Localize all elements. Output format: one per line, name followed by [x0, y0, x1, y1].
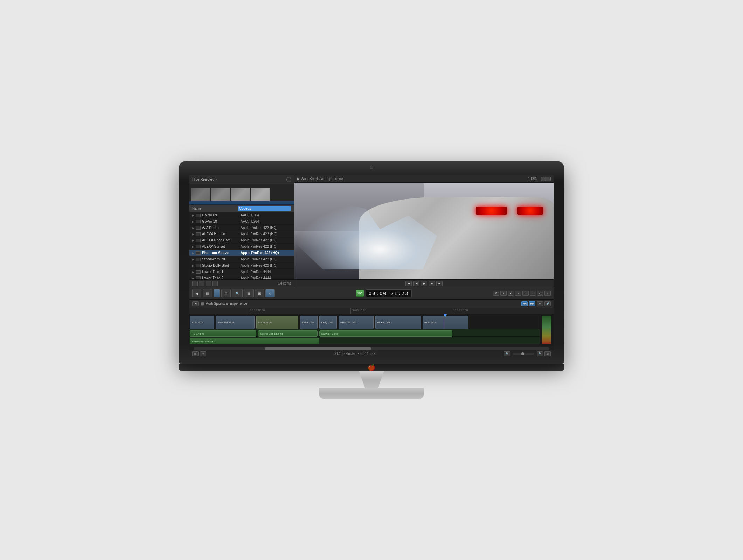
clip-icon [196, 251, 201, 255]
browser-footer: 14 items [189, 279, 294, 287]
row-codec: AAC, H.264 [241, 213, 291, 217]
filmstrip-area [189, 184, 294, 205]
row-name: GoPro 10 [202, 219, 241, 223]
clip-kelly001a[interactable]: Kelly_001 [300, 316, 318, 329]
audio-clip-catwalk[interactable]: Catwalk Long [319, 330, 452, 337]
media-row-lower3rd1[interactable]: ▶ Lower Third 1 Apple ProRes 4444 [189, 269, 294, 275]
view-options[interactable]: ▦ [244, 289, 254, 298]
footer-left-tools: ▤ ≡ [192, 351, 206, 356]
audio-clip-breakbeat[interactable]: Breakbeat Medium [190, 338, 319, 344]
footer-right-tools: 🔍 🔍 ⊡ [504, 351, 551, 356]
viewer-canvas [294, 183, 554, 279]
audio-clip-label-sportscar: Sports Car Racing [258, 331, 284, 336]
level-indicator: 100 [356, 290, 364, 297]
media-row-steadycam[interactable]: ▶ Steadycam R8 Apple ProRes 422 (HQ) [189, 256, 294, 262]
media-row-gopro09[interactable]: ▶ GoPro 09 AAC, H.264 [189, 212, 294, 218]
list-view-toggle[interactable]: ≡ [200, 351, 206, 356]
zoom-in-small[interactable]: 🔍 [537, 351, 543, 356]
filter-button[interactable] [206, 281, 211, 286]
meter-bar-left [542, 316, 551, 344]
arrow-tool[interactable]: ↖ [265, 289, 275, 298]
clip-label: ALXA_008 [376, 320, 392, 325]
full-view-button[interactable]: ⊡ [544, 351, 551, 356]
audio-clip-r8engine[interactable]: R8 Engine [190, 330, 256, 337]
zoom-out-button[interactable]: ▶▶ [529, 301, 535, 306]
playhead[interactable] [445, 314, 445, 329]
zoom-slider[interactable] [513, 353, 534, 355]
gear-button[interactable] [192, 281, 198, 286]
audio-clip-label: Breakbeat Medium [190, 339, 216, 344]
imac-chin: 🍎 [179, 364, 564, 371]
clip-rob003b[interactable]: Rob_003 [423, 316, 468, 329]
clip-incarrob[interactable]: In Car Rob [256, 316, 298, 329]
clip-view-button[interactable]: ▤ [203, 289, 212, 298]
link-button[interactable]: 🔗 [544, 301, 551, 306]
play-button[interactable]: ▶ [421, 281, 427, 286]
row-codec: Apple ProRes 4444 [241, 276, 291, 279]
timeline-section: ◀ ▤ Audi Sportscar Experience ◀◀ ▶▶ ⚙ 🔗 [189, 300, 554, 357]
clip-icon [196, 226, 201, 230]
film-thumb-3[interactable] [231, 188, 250, 202]
title-button[interactable]: T [530, 291, 536, 296]
timeline-settings[interactable]: ⚙ [537, 301, 543, 306]
timeline-back-button[interactable]: ◀ [192, 301, 199, 306]
clip-grid[interactable]: ⊞ [255, 289, 264, 298]
zoom-slider-thumb[interactable] [521, 352, 524, 355]
audio-button[interactable]: ♪ [515, 291, 521, 296]
row-disclosure-icon: ▶ [192, 258, 195, 261]
row-disclosure-icon: ▶ [192, 252, 195, 254]
view-button[interactable] [199, 281, 204, 286]
row-codec: Apple ProRes 422 (HQ) [241, 257, 291, 261]
audio-clip-label: R8 Engine [190, 331, 206, 336]
media-row-dolly[interactable]: ▶ Studio Dolly Shot Apple ProRes 422 (HQ… [189, 262, 294, 269]
clip-button[interactable]: ✂ [522, 291, 529, 296]
media-row-aja[interactable]: ▶ AJA Ki Pro Apple ProRes 422 (HQ) [189, 225, 294, 231]
media-row-lower3rd2[interactable]: ▶ Lower Third 2 Apple ProRes 4444 [189, 275, 294, 279]
import-button[interactable] [214, 289, 220, 298]
media-row-phantom-above[interactable]: ▶ Phantom Above Apple ProRes 422 (HQ) [189, 250, 294, 256]
media-row-alexa-hairpin[interactable]: ▶ ALEXA Hairpin Apple ProRes 422 (HQ) [189, 231, 294, 237]
go-to-start-button[interactable]: ⏮ [405, 281, 412, 286]
search-icon[interactable] [286, 177, 291, 182]
viewer-settings-icon[interactable] [541, 177, 546, 181]
viewer-fullscreen-icon[interactable] [546, 177, 551, 181]
row-codec: Apple ProRes 422 (HQ) [241, 238, 291, 242]
back-button[interactable]: ◀ [192, 289, 201, 298]
row-codec: Apple ProRes 422 (HQ) [241, 226, 291, 230]
magic-wand-button[interactable]: ✦ [500, 291, 507, 296]
clip-phntm001[interactable]: PHNTM_001 [339, 316, 374, 329]
waveform-bar [189, 201, 294, 204]
media-row-alexa-racecam[interactable]: ▶ ALEXA Race Cam Apple ProRes 422 (HQ) [189, 237, 294, 244]
next-frame-button[interactable]: ▶ [429, 281, 435, 286]
clip-kelly001b[interactable]: Kelly_001 [319, 316, 337, 329]
clip-alxa008[interactable]: ALXA_008 [375, 316, 421, 329]
clip-label: Rob_003 [423, 320, 437, 325]
ruler-time-3: 00:00:20:00 [453, 309, 468, 312]
horizontal-scrollbar[interactable] [194, 347, 549, 350]
color-button[interactable]: ◐ [508, 291, 514, 296]
clip-phntm008[interactable]: PHNTM_008 [216, 316, 255, 329]
zoom-slider-button[interactable]: 🔍 [504, 351, 510, 356]
effects-button[interactable]: FX [537, 291, 543, 296]
inspector-button[interactable]: i [544, 291, 551, 296]
row-codec: Apple ProRes 4444 [241, 270, 291, 274]
audio-clip-sportscar[interactable]: Sports Car Racing [258, 330, 318, 337]
group-button[interactable] [212, 281, 218, 286]
zoom-in-button[interactable]: ◀◀ [521, 301, 528, 306]
settings-button[interactable]: ⚙ [493, 291, 499, 296]
search-button[interactable]: 🔍 [232, 289, 243, 298]
film-thumb-4[interactable] [251, 188, 270, 202]
go-to-end-button[interactable]: ⏭ [436, 281, 443, 286]
edit-tools[interactable]: ⚙ [221, 289, 231, 298]
media-row-gopro10[interactable]: ▶ GoPro 10 AAC, H.264 [189, 218, 294, 225]
media-row-alexa-sunset[interactable]: ▶ ALEXA Sunset Apple ProRes 422 (HQ) [189, 244, 294, 250]
clip-view-toggle[interactable]: ▤ [192, 351, 199, 356]
fcp-main-toolbar: ◀ ▤ ⚙ 🔍 ▦ ⊞ ↖ 100 [189, 287, 554, 300]
prev-frame-button[interactable]: ◀ [413, 281, 419, 286]
clip-rob003[interactable]: Rob_003 [190, 316, 214, 329]
viewer-panel: ▶ Audi Sportscar Experience 100% [294, 175, 554, 287]
film-thumb-1[interactable] [191, 188, 210, 202]
film-thumb-2[interactable] [211, 188, 230, 202]
scrollbar-thumb[interactable] [265, 347, 372, 350]
clip-label: PHNTM_008 [216, 320, 235, 325]
